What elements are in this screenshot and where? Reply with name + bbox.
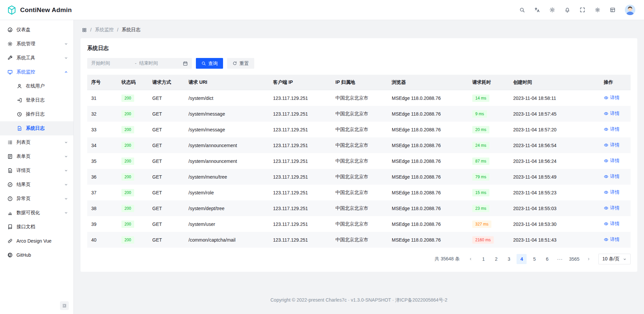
eye-icon (604, 127, 608, 132)
reset-button[interactable]: 重置 (227, 58, 254, 69)
prev-page-button[interactable] (466, 254, 476, 264)
apps-icon[interactable] (82, 27, 87, 33)
sidebar-item-form-page[interactable]: 表单页 (0, 149, 73, 164)
sidebar-item-system-logs[interactable]: 系统日志 (0, 121, 73, 135)
page-button-2[interactable]: 2 (491, 254, 501, 264)
sidebar-item-detail-page[interactable]: 详情页 (0, 164, 73, 178)
user-icon (17, 83, 22, 89)
status-badge: 200 (121, 142, 134, 149)
translate-button[interactable] (534, 7, 540, 13)
detail-link[interactable]: 详情 (604, 95, 620, 101)
cell-method: GET (148, 174, 184, 180)
search-button[interactable]: 查询 (196, 58, 223, 69)
link-icon (7, 238, 13, 244)
sidebar-item-list-page[interactable]: 列表页 (0, 135, 73, 149)
fullscreen-button[interactable] (580, 7, 585, 13)
status-badge: 200 (121, 158, 134, 165)
detail-link[interactable]: 详情 (604, 142, 620, 148)
user-avatar[interactable] (625, 5, 635, 15)
next-page-button[interactable] (584, 254, 594, 264)
breadcrumb-item-monitor[interactable]: 系统监控 (95, 27, 114, 33)
page-numbers: 123456···3565 (478, 254, 581, 264)
elapsed-badge: 79 ms (472, 173, 489, 181)
cell-method: GET (148, 96, 184, 101)
search-icon (201, 61, 206, 66)
sidebar-menu: 仪表盘系统管理系统工具系统监控在线用户登录日志操作日志系统日志列表页表单页详情页… (0, 23, 73, 297)
end-time-placeholder[interactable]: 结束时间 (139, 60, 180, 66)
sidebar-item-label: 仪表盘 (16, 27, 68, 33)
chevron-down-icon (64, 211, 68, 215)
cell-client-ip: 123.117.129.251 (269, 159, 331, 164)
table-row: 32200GET/system/message123.117.129.251中国… (87, 106, 631, 122)
detail-link[interactable]: 详情 (604, 126, 620, 132)
sidebar-item-data-visualization[interactable]: 数据可视化 (0, 206, 73, 220)
content-card: 系统日志 开始时间 - 结束时间 查询 重置 序号状态码请求方式请求 URI客户… (80, 38, 637, 272)
search-button[interactable] (519, 7, 525, 13)
gear-icon (595, 7, 600, 13)
date-range-picker[interactable]: 开始时间 - 结束时间 (87, 58, 192, 69)
detail-link[interactable]: 详情 (604, 111, 620, 117)
column-header: 请求方式 (148, 79, 184, 85)
sidebar-item-operation-logs[interactable]: 操作日志 (0, 107, 73, 121)
settings-button[interactable] (595, 7, 600, 13)
sidebar-item-github[interactable]: GitHub (0, 248, 73, 262)
detail-link-label: 详情 (610, 95, 620, 101)
detail-link[interactable]: 详情 (604, 174, 620, 180)
sidebar-item-dashboard[interactable]: 仪表盘 (0, 23, 73, 37)
sidebar-item-arco-design-vue[interactable]: Arco Design Vue (0, 234, 73, 248)
translate-icon (534, 7, 540, 13)
search-button-label: 查询 (208, 61, 218, 66)
cell-client-ip: 123.117.129.251 (269, 174, 331, 180)
detail-link[interactable]: 详情 (604, 189, 620, 195)
sidebar-item-system-monitor[interactable]: 系统监控 (0, 65, 73, 79)
sidebar-item-label: 表单页 (16, 153, 60, 160)
cell-actions: 详情 (600, 189, 631, 196)
page-button-3565[interactable]: 3565 (568, 254, 581, 264)
eye-icon (604, 222, 608, 226)
sidebar-collapse-button[interactable] (60, 301, 69, 310)
detail-link[interactable]: 详情 (604, 237, 620, 243)
system-log-icon (17, 126, 22, 131)
detail-link[interactable]: 详情 (604, 221, 620, 227)
table-row: 35200GET/system/announcement123.117.129.… (87, 153, 631, 169)
detail-link[interactable]: 详情 (604, 205, 620, 211)
sidebar-item-system-management[interactable]: 系统管理 (0, 37, 73, 51)
sidebar-item-exception-page[interactable]: 异常页 (0, 192, 73, 206)
sidebar-item-api-docs[interactable]: 接口文档 (0, 220, 73, 234)
sidebar-item-system-tools[interactable]: 系统工具 (0, 51, 73, 65)
page-button-3[interactable]: 3 (504, 254, 514, 264)
cell-actions: 详情 (600, 142, 631, 148)
detail-link[interactable]: 详情 (604, 158, 620, 164)
copyright-text: Copyright © 2022-present Charles7c · v1.… (270, 297, 447, 303)
elapsed-badge: 23 ms (472, 205, 489, 212)
bell-icon (565, 7, 570, 13)
cell-actions: 详情 (600, 205, 631, 211)
layout-button[interactable] (610, 7, 615, 13)
page-button-1[interactable]: 1 (478, 254, 488, 264)
sidebar-item-label: 结果页 (16, 182, 60, 188)
logo-area[interactable]: ContiNew Admin (7, 5, 72, 15)
start-time-placeholder[interactable]: 开始时间 (91, 60, 132, 66)
elapsed-badge: 9 ms (472, 110, 487, 118)
sidebar-item-result-page[interactable]: 结果页 (0, 178, 73, 192)
cell-uri: /system/announcement (184, 143, 269, 148)
pagination-ellipsis: ··· (555, 254, 565, 264)
page-button-4[interactable]: 4 (517, 254, 527, 264)
filter-bar: 开始时间 - 结束时间 查询 重置 (87, 58, 631, 69)
monitor-icon (7, 69, 13, 75)
page-button-6[interactable]: 6 (542, 254, 552, 264)
detail-link-label: 详情 (610, 111, 620, 117)
page-button-5[interactable]: 5 (529, 254, 539, 264)
notifications-button[interactable] (565, 7, 570, 13)
chevron-down-icon (64, 56, 68, 60)
chevron-down-icon (64, 197, 68, 201)
header-actions (519, 5, 635, 15)
github-icon (7, 252, 13, 258)
cell-client-ip: 123.117.129.251 (269, 222, 331, 227)
theme-button[interactable] (549, 7, 555, 13)
cell-method: GET (148, 127, 184, 132)
sidebar-item-online-users[interactable]: 在线用户 (0, 79, 73, 93)
page-size-select[interactable]: 10 条/页 (598, 254, 631, 264)
sidebar-item-login-logs[interactable]: 登录日志 (0, 93, 73, 107)
cell-ip-location: 中国北京北京市 (331, 190, 388, 196)
